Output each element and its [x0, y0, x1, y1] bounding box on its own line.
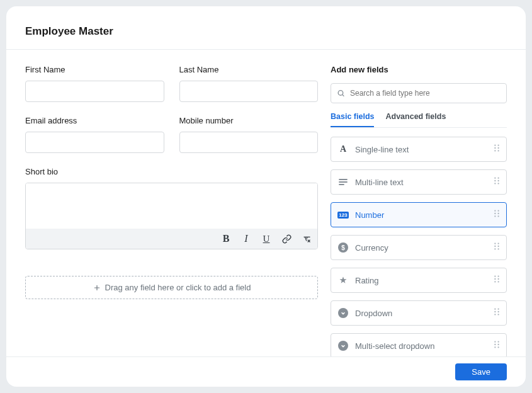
last-name-input[interactable] [179, 81, 319, 102]
mobile-input[interactable] [179, 132, 319, 153]
svg-point-26 [497, 275, 499, 276]
svg-point-38 [497, 341, 499, 342]
svg-point-23 [494, 248, 495, 249]
svg-point-17 [494, 215, 495, 217]
field-type-label: Single-line text [355, 145, 487, 154]
svg-point-33 [494, 311, 495, 312]
last-name-field-group: Last Name [179, 65, 319, 102]
svg-point-7 [494, 177, 495, 178]
bio-rich-text[interactable]: B I U [25, 183, 318, 249]
multiline-icon [337, 176, 349, 188]
palette-title: Add new fields [331, 65, 507, 74]
chevron-down-icon [337, 307, 349, 319]
search-input[interactable] [331, 83, 507, 103]
content: First Name Last Name Email address Mobil… [6, 50, 526, 356]
save-button[interactable]: Save [455, 363, 507, 380]
drag-handle-icon[interactable] [494, 176, 500, 188]
drag-handle-icon[interactable] [494, 307, 500, 319]
field-type-dropdown[interactable]: Dropdown [331, 300, 507, 326]
rich-text-toolbar: B I U [26, 229, 317, 249]
form-builder-canvas: First Name Last Name Email address Mobil… [6, 50, 324, 356]
svg-point-1 [494, 144, 495, 145]
bio-label: Short bio [25, 167, 318, 176]
field-type-label: Number [355, 210, 487, 220]
svg-point-14 [497, 210, 499, 211]
drag-handle-icon[interactable] [494, 144, 500, 155]
field-type-single-line[interactable]: A Single-line text [331, 137, 507, 162]
app-window: Employee Master First Name Last Name Ema… [6, 6, 526, 387]
svg-point-21 [494, 246, 495, 247]
svg-point-22 [497, 246, 499, 247]
svg-point-4 [497, 147, 499, 149]
svg-point-9 [494, 180, 495, 181]
svg-point-5 [494, 150, 495, 151]
drag-handle-icon[interactable] [494, 340, 500, 351]
svg-point-36 [497, 314, 499, 315]
drag-handle-icon[interactable] [494, 242, 500, 253]
field-type-multi-dropdown[interactable]: Multi-select dropdown [331, 333, 507, 356]
field-palette: Add new fields Basic fields Advanced fie… [324, 50, 526, 356]
svg-point-11 [494, 183, 495, 184]
svg-point-25 [494, 275, 495, 276]
field-type-number[interactable]: 123 Number [331, 202, 507, 227]
field-type-label: Multi-line text [355, 178, 487, 187]
text-icon: A [337, 144, 349, 155]
number-icon: 123 [337, 209, 349, 220]
bio-field-group: Short bio B I U [25, 167, 318, 249]
mobile-field-group: Mobile number [179, 116, 319, 153]
email-input[interactable] [25, 132, 164, 153]
svg-point-41 [494, 346, 495, 348]
svg-point-29 [494, 281, 495, 282]
svg-point-35 [494, 314, 495, 315]
bold-icon[interactable]: B [220, 231, 232, 246]
svg-point-0 [338, 91, 343, 96]
field-type-label: Rating [355, 276, 487, 285]
first-name-field-group: First Name [25, 65, 164, 102]
field-type-list: A Single-line text Multi-line text 123 N… [331, 137, 507, 356]
svg-point-32 [497, 308, 499, 309]
search-wrapper [331, 83, 507, 103]
chevron-down-icon [337, 340, 349, 351]
field-type-multi-line[interactable]: Multi-line text [331, 169, 507, 195]
drag-handle-icon[interactable] [494, 275, 500, 286]
last-name-label: Last Name [179, 65, 319, 74]
email-field-group: Email address [25, 116, 164, 153]
field-type-label: Dropdown [355, 309, 487, 318]
field-type-currency[interactable]: $ Currency [331, 235, 507, 260]
mobile-label: Mobile number [179, 116, 319, 125]
plus-icon [93, 283, 101, 292]
tab-advanced-fields[interactable]: Advanced fields [385, 112, 446, 127]
field-type-rating[interactable]: Rating [331, 268, 507, 293]
svg-point-40 [497, 344, 499, 345]
clear-format-icon[interactable] [301, 231, 312, 246]
tab-basic-fields[interactable]: Basic fields [331, 112, 374, 127]
first-name-input[interactable] [25, 81, 164, 102]
svg-point-15 [494, 213, 495, 214]
svg-point-28 [497, 278, 499, 280]
field-type-label: Currency [355, 243, 487, 253]
drag-handle-icon[interactable] [494, 209, 500, 220]
field-type-label: Multi-select dropdown [355, 341, 487, 351]
page-title: Employee Master [25, 25, 507, 38]
svg-point-20 [497, 242, 499, 244]
field-dropzone[interactable]: Drag any field here or click to add a fi… [25, 276, 318, 299]
svg-point-34 [497, 311, 499, 312]
svg-point-24 [497, 248, 499, 249]
first-name-label: First Name [25, 65, 164, 74]
underline-icon[interactable]: U [261, 231, 272, 246]
header: Employee Master [6, 6, 526, 50]
svg-point-16 [497, 213, 499, 214]
email-label: Email address [25, 116, 164, 125]
svg-point-39 [494, 344, 495, 345]
italic-icon[interactable]: I [241, 231, 252, 246]
svg-point-42 [497, 346, 499, 348]
svg-point-12 [497, 183, 499, 184]
svg-point-27 [494, 278, 495, 280]
svg-point-30 [497, 281, 499, 282]
link-icon[interactable] [281, 231, 292, 246]
bio-editor-body[interactable] [26, 183, 317, 229]
footer: Save [6, 356, 526, 387]
svg-point-6 [497, 150, 499, 151]
svg-point-10 [497, 180, 499, 181]
svg-point-2 [497, 144, 499, 145]
